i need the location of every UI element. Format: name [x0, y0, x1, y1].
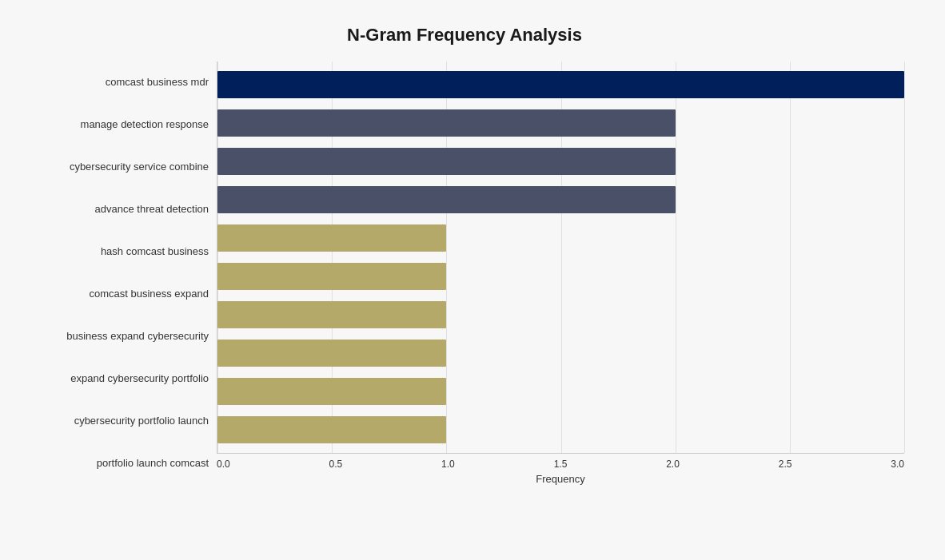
bar-row	[217, 257, 904, 296]
x-axis-label: Frequency	[217, 473, 904, 485]
y-label: portfolio launch comcast	[25, 443, 209, 483]
bar	[217, 378, 446, 405]
bar-row	[217, 411, 904, 449]
x-tick: 1.0	[441, 459, 455, 470]
y-label: expand cybersecurity portfolio	[25, 359, 209, 399]
y-label: cybersecurity service combine	[25, 147, 209, 187]
bar	[217, 109, 676, 137]
bar	[217, 301, 446, 328]
x-tick: 2.5	[779, 459, 792, 470]
bars-area	[217, 62, 904, 454]
x-tick: 1.5	[554, 459, 568, 470]
x-tick: 0.5	[329, 459, 343, 470]
bar	[217, 340, 446, 367]
chart-container: N-Gram Frequency Analysis comcast busine…	[17, 9, 928, 552]
x-tick: 0.0	[217, 459, 230, 470]
x-axis: 0.00.51.01.52.02.53.0	[217, 454, 904, 470]
bars-and-xaxis: 0.00.51.01.52.02.53.0 Frequency	[217, 62, 904, 485]
y-labels: comcast business mdrmanage detection res…	[25, 62, 217, 485]
bar-row	[217, 334, 904, 372]
x-tick: 2.0	[666, 459, 680, 470]
bar	[217, 263, 446, 290]
y-label: business expand cybersecurity	[25, 316, 209, 356]
bar	[217, 148, 676, 175]
y-label: hash comcast business	[25, 232, 209, 272]
x-tick: 3.0	[891, 459, 904, 470]
bar-row	[217, 142, 904, 181]
grid-line	[904, 62, 905, 453]
y-label: advance threat detection	[25, 189, 209, 229]
y-label: cybersecurity portfolio launch	[25, 401, 209, 441]
y-label: comcast business expand	[25, 274, 209, 314]
bar	[217, 186, 676, 213]
bars-wrapper	[217, 62, 904, 453]
bar-row	[217, 66, 904, 104]
bar-row	[217, 296, 904, 334]
bar	[217, 416, 446, 443]
bar-row	[217, 219, 904, 257]
bar	[217, 224, 446, 252]
chart-title: N-Gram Frequency Analysis	[25, 25, 904, 46]
bar-row	[217, 104, 904, 142]
bar	[217, 71, 904, 98]
y-label: manage detection response	[25, 105, 209, 145]
bar-row	[217, 181, 904, 219]
chart-area: comcast business mdrmanage detection res…	[25, 62, 904, 485]
y-label: comcast business mdr	[25, 62, 209, 102]
bar-row	[217, 372, 904, 411]
